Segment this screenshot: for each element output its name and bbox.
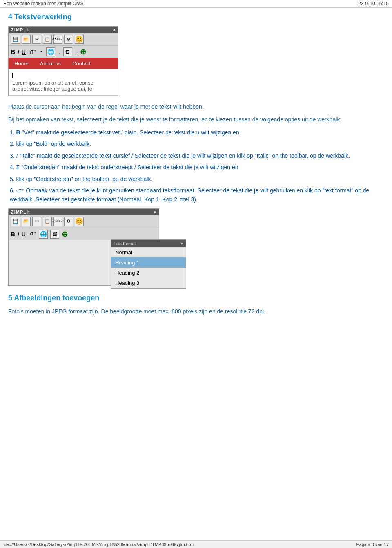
- header-bar: Een website maken met Zimplit CMS 23-9-1…: [0, 0, 392, 8]
- zimplit-titlebar-1: ZIMPLIt ×: [9, 27, 118, 33]
- nav-contact[interactable]: Contact: [67, 58, 96, 69]
- toolbar2-open-btn[interactable]: 📂: [22, 217, 31, 226]
- text-format-normal[interactable]: Normal: [111, 247, 186, 257]
- item6-num: 6.: [10, 187, 15, 194]
- nav-about[interactable]: About us: [34, 58, 67, 69]
- item5: 5. klik op "Onderstrepen" on the toolbar…: [8, 174, 384, 183]
- underline-button-2[interactable]: U: [22, 231, 26, 237]
- toolbar2-image-btn[interactable]: 🖼: [50, 230, 59, 239]
- nav-home[interactable]: Home: [9, 58, 34, 69]
- toolbar-globe-btn[interactable]: 🌐: [46, 47, 55, 56]
- item6-text: Opmaak van de tekst die je kunt gebruike…: [10, 187, 369, 203]
- text-format-close[interactable]: ×: [181, 241, 183, 246]
- section5-para1: Foto's moeten in JPEG formaat zijn. De b…: [8, 307, 384, 316]
- zimplit-window-2-container: ZIMPLIt × 💾 📂 ✂ 📋 <>html ⚙ 😊 B I: [8, 208, 384, 286]
- item1: 1. B "Vet" maakt de geselecteerde tekst …: [8, 128, 384, 137]
- item4-text: "Onderstrepen" maakt de tekst onderstree…: [21, 164, 238, 170]
- item5-num: 5.: [10, 176, 15, 182]
- zimplit-logo-1: ZIMPLIt: [11, 27, 30, 32]
- toolbar2-settings-btn[interactable]: ⚙: [64, 217, 73, 226]
- section4-heading: 4 Tekstverwerking: [8, 13, 384, 21]
- text-format-titlebar: Text format ×: [111, 240, 186, 247]
- zimplit-close-2[interactable]: ×: [154, 210, 156, 215]
- zimplit-logo-2: ZIMPLIt: [11, 210, 30, 215]
- header-timestamp: 23-9-10 16:15: [358, 1, 389, 7]
- underline-button-1[interactable]: U: [22, 49, 26, 55]
- text-format-heading2[interactable]: Heading 2: [111, 268, 186, 278]
- cms-content-area: Lorem ipsum dolor sit amet, conse alique…: [9, 69, 118, 96]
- para2-text: Bij het opmaken van tekst, selecteert je…: [8, 115, 384, 124]
- toolbar2-html-btn[interactable]: <>html: [53, 217, 62, 226]
- item1-bold: B: [16, 129, 20, 136]
- item2: 2. klik op "Bold" op de werkbalk.: [8, 139, 384, 148]
- toolbar-html-btn[interactable]: <>html: [53, 35, 62, 44]
- cms-nav-bar: Home About us Contact: [9, 58, 118, 69]
- toolbar2-copy-btn[interactable]: 📋: [43, 217, 52, 226]
- text-format-heading1[interactable]: Heading 1: [111, 257, 186, 268]
- toolbar-cut-btn[interactable]: ✂: [32, 35, 41, 44]
- italic-button-2[interactable]: I: [18, 231, 19, 237]
- toolbar-smiley-btn[interactable]: 😊: [75, 35, 84, 44]
- header-title: Een website maken met Zimplit CMS: [3, 1, 84, 7]
- tt-button-1[interactable]: πTᵀ: [28, 49, 36, 55]
- toolbar-separator3: ,: [76, 49, 77, 55]
- item2-num: 2.: [10, 141, 15, 147]
- item4: 4. Σ "Onderstrepen" maakt de tekst onder…: [8, 163, 384, 172]
- toolbar-image-btn[interactable]: 🖼: [63, 47, 72, 56]
- zimplit-titlebar-2: ZIMPLIt ×: [9, 209, 159, 215]
- toolbar2-smiley-btn[interactable]: 😊: [75, 217, 84, 226]
- text-format-heading3[interactable]: Heading 3: [111, 278, 186, 288]
- item6: 6. πTᵀ Opmaak van de tekst die je kunt g…: [8, 186, 384, 204]
- toolbar-save-btn[interactable]: 💾: [11, 35, 20, 44]
- text-format-popup: Text format × Normal Heading 1 Heading 2…: [111, 239, 186, 289]
- zimplit-window-1: ZIMPLIt × 💾 📂 ✂ 📋 <>html ⚙ 😊 B I U πTᵀ •…: [8, 26, 118, 96]
- section5-heading: 5 Afbeeldingen toevoegen: [8, 294, 384, 302]
- toolbar2-row-1: 💾 📂 ✂ 📋 <>html ⚙ 😊: [9, 215, 159, 228]
- toolbar-add-btn[interactable]: ⊕: [80, 47, 86, 56]
- item3-num: 3.: [10, 152, 15, 159]
- text-format-popup-container: Text format × Normal Heading 1 Heading 2…: [58, 239, 186, 289]
- toolbar-row-2: B I U πTᵀ • 🌐 , 🖼 , ⊕: [9, 46, 118, 58]
- toolbar-separator: •: [40, 49, 42, 55]
- item3-text: "Italic" maakt de geselecteerde tekst cu…: [19, 152, 350, 159]
- toolbar2-save-btn[interactable]: 💾: [11, 217, 20, 226]
- item5-text: klik op "Onderstrepen" on the toolbar. o…: [16, 176, 153, 182]
- bold-button-1[interactable]: B: [11, 49, 15, 55]
- zimplit-window-2: ZIMPLIt × 💾 📂 ✂ 📋 <>html ⚙ 😊 B I: [8, 208, 159, 286]
- toolbar-settings-btn[interactable]: ⚙: [64, 35, 73, 44]
- text-cursor: [12, 73, 13, 78]
- item3-italic: I: [16, 152, 18, 159]
- italic-button-1[interactable]: I: [18, 49, 19, 55]
- tt-button-2[interactable]: πTᵀ: [28, 231, 36, 237]
- main-content: 4 Tekstverwerking ZIMPLIt × 💾 📂 ✂ 📋 <>ht…: [0, 8, 392, 336]
- bold-button-2[interactable]: B: [11, 231, 15, 237]
- cms-content-line1: Lorem ipsum dolor sit amet, conse: [12, 80, 114, 86]
- toolbar2-cut-btn[interactable]: ✂: [32, 217, 41, 226]
- toolbar-row-1: 💾 📂 ✂ 📋 <>html ⚙ 😊: [9, 33, 118, 46]
- item2-text: klik op "Bold" op de werkbalk.: [16, 141, 91, 147]
- item6-mono: πTᵀ: [16, 188, 24, 194]
- item3: 3. I "Italic" maakt de geselecteerde tek…: [8, 151, 384, 160]
- toolbar-separator2: ,: [58, 49, 60, 55]
- item4-num: 4.: [10, 164, 15, 170]
- item4-underline: Σ: [16, 164, 20, 170]
- text-format-title: Text format: [114, 241, 136, 246]
- para1-text: Plaats de cursor aan het begin van de re…: [8, 103, 384, 111]
- cms-content-line2: aliquet vitae. Integer augue dui, fe: [12, 86, 114, 92]
- toolbar2-add-btn[interactable]: ⊕: [62, 230, 68, 239]
- toolbar2-row2-container: B I U πTᵀ 🌐 🖼 ⊕ Text format × Norm: [9, 228, 159, 240]
- toolbar-copy-btn[interactable]: 📋: [43, 35, 52, 44]
- toolbar2-globe-btn[interactable]: 🌐: [39, 230, 48, 239]
- zimplit-close-1[interactable]: ×: [113, 27, 116, 32]
- item1-text: "Vet" maakt de geselecteerde tekst vet /…: [22, 129, 239, 136]
- item1-num: 1.: [10, 129, 15, 136]
- toolbar-open-btn[interactable]: 📂: [22, 35, 31, 44]
